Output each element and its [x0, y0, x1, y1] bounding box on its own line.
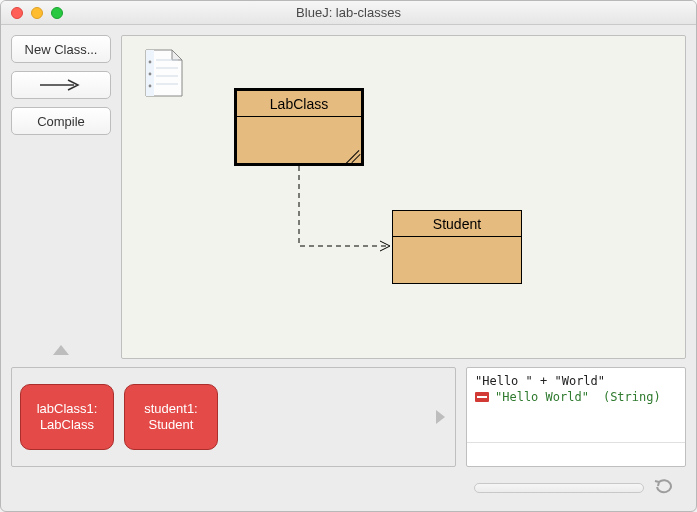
code-pad-result[interactable]: "Hello World" (String)	[475, 390, 677, 404]
bluej-window: BlueJ: lab-classes New Class... Compile	[0, 0, 697, 512]
result-object-icon	[475, 392, 489, 402]
minimize-icon[interactable]	[31, 7, 43, 19]
compile-button[interactable]: Compile	[11, 107, 111, 135]
code-pad: "Hello " + "World" "Hello World" (String…	[466, 367, 686, 467]
class-name-label: LabClass	[237, 91, 361, 117]
arrow-right-icon	[38, 78, 84, 92]
status-bar	[11, 475, 686, 501]
svg-point-4	[149, 61, 152, 64]
new-class-button[interactable]: New Class...	[11, 35, 111, 63]
titlebar: BlueJ: lab-classes	[1, 1, 696, 25]
svg-point-6	[149, 85, 152, 88]
code-pad-input-row	[467, 442, 685, 466]
object-student1[interactable]: student1: Student	[124, 384, 218, 450]
inheritance-arrow-button[interactable]	[11, 71, 111, 99]
zoom-icon[interactable]	[51, 7, 63, 19]
expand-triangle-icon[interactable]	[436, 410, 445, 424]
window-title: BlueJ: lab-classes	[1, 5, 696, 20]
sidebar: New Class... Compile	[11, 35, 111, 359]
window-controls	[11, 7, 63, 19]
class-student[interactable]: Student	[392, 210, 522, 284]
class-name-label: Student	[393, 211, 521, 237]
object-name: student1:	[144, 401, 198, 417]
object-name: labClass1:	[37, 401, 98, 417]
collapse-triangle-icon[interactable]	[53, 345, 69, 355]
main-area: New Class... Compile	[11, 35, 686, 359]
object-class: LabClass	[40, 417, 94, 433]
class-labclass[interactable]: LabClass	[234, 88, 364, 166]
window-body: New Class... Compile	[1, 25, 696, 511]
object-bench[interactable]: labClass1: LabClass student1: Student	[11, 367, 456, 467]
object-labclass1[interactable]: labClass1: LabClass	[20, 384, 114, 450]
object-class: Student	[149, 417, 194, 433]
result-value: "Hello World"	[495, 390, 589, 404]
code-pad-history: "Hello " + "World" "Hello World" (String…	[467, 368, 685, 442]
uncompiled-hatch-icon	[341, 147, 359, 161]
close-icon[interactable]	[11, 7, 23, 19]
bottom-area: labClass1: LabClass student1: Student "H…	[11, 367, 686, 467]
class-diagram-canvas[interactable]: LabClass Student	[121, 35, 686, 359]
code-pad-expression: "Hello " + "World"	[475, 374, 677, 388]
readme-note-icon[interactable]	[142, 48, 184, 98]
svg-marker-2	[172, 50, 182, 60]
dependency-arrow	[122, 36, 682, 359]
result-type: (String)	[603, 390, 661, 404]
reset-vm-icon[interactable]	[654, 479, 676, 498]
code-pad-input[interactable]	[467, 443, 685, 466]
svg-point-5	[149, 73, 152, 76]
progress-bar	[474, 483, 644, 493]
